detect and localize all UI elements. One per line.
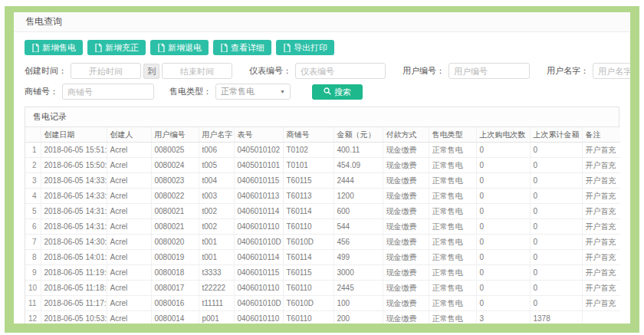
sale-type-select[interactable]: 正常售电 ▼: [215, 84, 291, 100]
row-number: 2: [25, 158, 41, 173]
meter-no-input[interactable]: [295, 63, 386, 79]
table-cell: 0: [476, 189, 530, 204]
create-time-label: 创建时间：: [25, 65, 67, 77]
column-header: 付款方式: [383, 127, 429, 143]
table-cell: T0102: [283, 143, 334, 158]
row-number: 5: [25, 204, 41, 219]
table-cell: Acrel: [107, 189, 151, 204]
add-recharge-button[interactable]: 新增充正: [87, 40, 146, 55]
user-no-input[interactable]: [449, 63, 530, 79]
table-cell: 0080021: [151, 204, 199, 219]
table-cell: 开户首充: [582, 173, 620, 189]
filter-row-2: 商铺号： 售电类型： 正常售电 ▼ 搜索: [25, 84, 619, 100]
table-cell: 2018-06-05 11:19:0: [41, 265, 107, 281]
column-header: 备注: [582, 127, 620, 143]
table-cell: 0406010114: [234, 204, 283, 219]
add-sale-button[interactable]: 新增售电: [25, 40, 83, 55]
table-cell: 0: [476, 173, 530, 189]
document-icon: [31, 44, 39, 52]
table-cell: 现金缴费: [383, 189, 429, 204]
table-row[interactable]: 122018-06-05 10:53:0Acrel0080014p0010406…: [25, 311, 620, 327]
add-refund-button[interactable]: 新增退电: [150, 40, 209, 55]
page-title: 售电查询: [25, 15, 62, 28]
table-cell: 0: [476, 250, 530, 265]
page-title-bar: 售电查询: [14, 12, 630, 32]
table-cell: Acrel: [107, 327, 151, 333]
table-cell: 0406010113: [234, 189, 283, 204]
table-cell: 0: [476, 204, 530, 219]
column-header: 表号: [234, 127, 283, 143]
table-cell: 现金缴费: [383, 311, 429, 327]
table-cell: 正常售电: [429, 327, 476, 333]
table-cell: 开户首充: [582, 158, 620, 173]
table-row[interactable]: 132018-06-05 10:49:5Acrel0080014p0010406…: [25, 327, 620, 333]
table-cell: 2018-06-05 14:33:2: [41, 173, 107, 189]
search-button[interactable]: 搜索: [312, 84, 363, 100]
table-cell: 正常售电: [429, 296, 476, 311]
table-cell: 0080018: [151, 265, 199, 281]
search-icon: [324, 87, 331, 97]
table-row[interactable]: 12018-06-05 15:51:1Acrel0080025t00604050…: [25, 143, 620, 158]
table-cell: 0: [476, 219, 530, 235]
shop-no-input[interactable]: [62, 84, 154, 100]
table-cell: 0406010114: [234, 250, 283, 265]
view-detail-button[interactable]: 查看详细: [213, 40, 271, 55]
table-cell: Acrel: [107, 296, 151, 311]
chevron-down-icon: ▼: [280, 89, 285, 94]
table-cell: 现金缴费: [383, 173, 429, 189]
table-row[interactable]: 112018-06-05 11:17:5Acrel0080016t1111104…: [25, 296, 620, 311]
start-time-input[interactable]: [71, 63, 141, 79]
table-row[interactable]: 22018-06-05 15:50:1Acrel0080024t00504050…: [25, 158, 620, 173]
table-cell: t11111: [199, 296, 234, 311]
table-cell: T60110: [283, 327, 334, 333]
table-cell: t3333: [199, 265, 234, 281]
table-row[interactable]: 72018-06-05 14:30:1Acrel0080020t00104060…: [25, 235, 620, 250]
user-name-label: 用户名字：: [547, 65, 589, 77]
row-number: 12: [25, 311, 41, 327]
table-cell: 878: [530, 327, 582, 333]
table-cell: 现金缴费: [383, 327, 429, 333]
table-cell: t005: [199, 158, 234, 173]
table-row[interactable]: 42018-06-05 14:33:0Acrel0080022t00304060…: [25, 189, 620, 204]
table-cell: 开户首充: [582, 219, 620, 235]
column-header: 创建人: [107, 127, 151, 143]
table-cell: p001: [199, 327, 234, 333]
row-number: 13: [25, 327, 41, 333]
table-cell: 现金缴费: [383, 281, 429, 296]
table-row[interactable]: 82018-06-05 14:01:3Acrel0080019t00104060…: [25, 250, 620, 265]
table-cell: 2: [476, 327, 530, 333]
table-cell: 200: [334, 311, 383, 327]
column-header: [25, 127, 41, 143]
table-cell: T60114: [283, 250, 334, 265]
table-cell: 开户首充: [582, 204, 620, 219]
table-cell: Acrel: [107, 281, 151, 296]
table-row[interactable]: 102018-06-05 11:18:4Acrel0080017t2222204…: [25, 281, 620, 296]
table-row[interactable]: 52018-06-05 14:31:3Acrel0080021t00204060…: [25, 204, 620, 219]
table-cell: 544: [334, 219, 383, 235]
export-print-button[interactable]: 导出打印: [276, 40, 334, 55]
table-cell: 499: [334, 250, 383, 265]
end-time-input[interactable]: [162, 63, 232, 79]
table-cell: 0: [530, 219, 582, 235]
table-cell: 0: [530, 143, 582, 158]
document-icon: [283, 44, 291, 52]
table-cell: 2018-06-05 11:17:5: [41, 296, 107, 311]
table-cell: 现金缴费: [383, 204, 429, 219]
document-icon: [94, 44, 102, 52]
user-name-input[interactable]: [593, 63, 639, 79]
table-row[interactable]: 32018-06-05 14:33:2Acrel0080023t00404060…: [25, 173, 620, 189]
table-cell: t006: [199, 143, 234, 158]
table-row[interactable]: 62018-06-05 14:31:3Acrel0080021t00204060…: [25, 219, 620, 235]
button-label: 新增充正: [105, 43, 139, 52]
records-table-body: 12018-06-05 15:51:1Acrel0080025t00604050…: [25, 143, 620, 333]
table-cell: [582, 311, 620, 327]
table-cell: 正常售电: [429, 204, 476, 219]
table-cell: 0: [476, 265, 530, 281]
table-cell: 1200: [334, 189, 383, 204]
table-cell: 0: [476, 235, 530, 250]
row-number: 3: [25, 173, 41, 189]
table-cell: t001: [199, 250, 234, 265]
table-cell: 3: [476, 311, 530, 327]
table-row[interactable]: 92018-06-05 11:19:0Acrel0080018t33330406…: [25, 265, 620, 281]
table-cell: 0080017: [151, 281, 199, 296]
